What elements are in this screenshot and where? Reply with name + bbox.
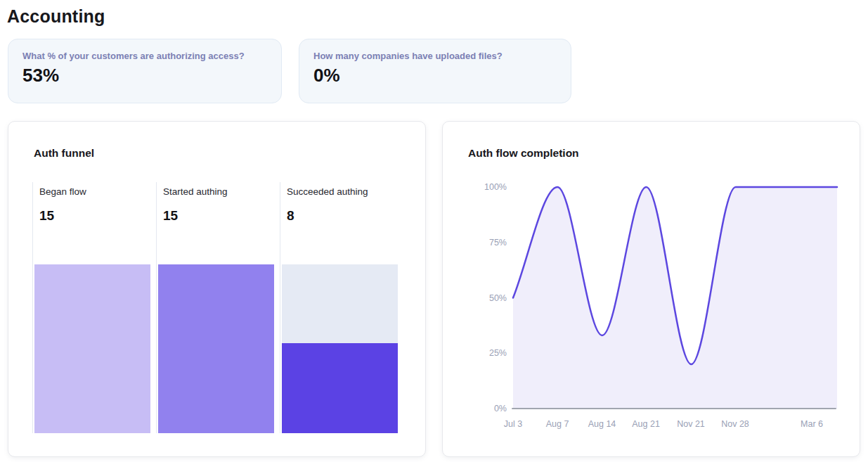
stat-question: How many companies have uploaded files? — [313, 50, 557, 62]
y-axis-tick-label: 50% — [443, 293, 507, 304]
funnel-stage-value: 15 — [33, 208, 156, 224]
funnel-bar — [158, 264, 274, 433]
stat-card-authorizing-access: What % of your customers are authorizing… — [8, 39, 282, 103]
y-axis-tick-label: 75% — [443, 237, 507, 248]
funnel-stage-label: Began flow — [33, 186, 156, 198]
x-axis-tick-label: Mar 6 — [801, 418, 823, 430]
funnel-stage-value: 15 — [157, 208, 280, 224]
funnel-chart-title: Auth funnel — [34, 147, 94, 160]
auth-funnel-card: Auth funnel Began flow 15 Started authin… — [8, 121, 426, 457]
y-axis-tick-label: 100% — [443, 181, 507, 193]
funnel-column-began-flow: Began flow 15 — [32, 182, 156, 433]
funnel-stage-label: Started authing — [157, 186, 280, 198]
funnel-chart: Began flow 15 Started authing 15 Succeed… — [32, 182, 403, 433]
x-axis-tick-label: Nov 21 — [677, 418, 705, 430]
x-axis-tick-label: Aug 21 — [632, 418, 660, 430]
funnel-bar-track — [34, 264, 150, 433]
funnel-column-started-authing: Started authing 15 — [156, 182, 280, 433]
stat-value: 53% — [22, 65, 267, 86]
stat-card-uploaded-files: How many companies have uploaded files? … — [299, 39, 571, 103]
chart-cards-row: Auth funnel Began flow 15 Started authin… — [8, 121, 868, 457]
stat-value: 0% — [313, 65, 557, 86]
stat-cards-row: What % of your customers are authorizing… — [8, 39, 868, 103]
funnel-column-succeeded-authing: Succeeded authing 8 — [280, 182, 403, 433]
y-axis-tick-label: 0% — [443, 403, 507, 414]
completion-chart-title: Auth flow completion — [468, 147, 579, 160]
x-axis-line — [512, 408, 836, 409]
stat-question: What % of your customers are authorizing… — [22, 50, 267, 62]
x-axis-tick-label: Jul 3 — [504, 418, 522, 430]
x-axis-tick-label: Nov 28 — [721, 418, 749, 430]
y-axis-tick-label: 25% — [443, 347, 507, 359]
accounting-dashboard: Accounting What % of your customers are … — [0, 6, 868, 462]
completion-chart: 100%75%50%25%0%Jul 3Aug 7Aug 14Aug 21Nov… — [443, 171, 860, 445]
funnel-bar — [282, 343, 398, 433]
auth-flow-completion-card: Auth flow completion 100%75%50%25%0%Jul … — [442, 121, 860, 457]
x-axis-tick-label: Aug 7 — [546, 418, 569, 430]
funnel-stage-value: 8 — [280, 208, 403, 224]
funnel-bar-track — [282, 264, 398, 433]
completion-area-svg — [513, 187, 837, 409]
x-axis-tick-label: Aug 14 — [588, 418, 616, 430]
funnel-stage-label: Succeeded authing — [280, 186, 403, 198]
funnel-bar-track — [158, 264, 274, 433]
area-fill — [513, 187, 837, 409]
page-title: Accounting — [7, 6, 868, 27]
funnel-bar — [34, 264, 150, 433]
